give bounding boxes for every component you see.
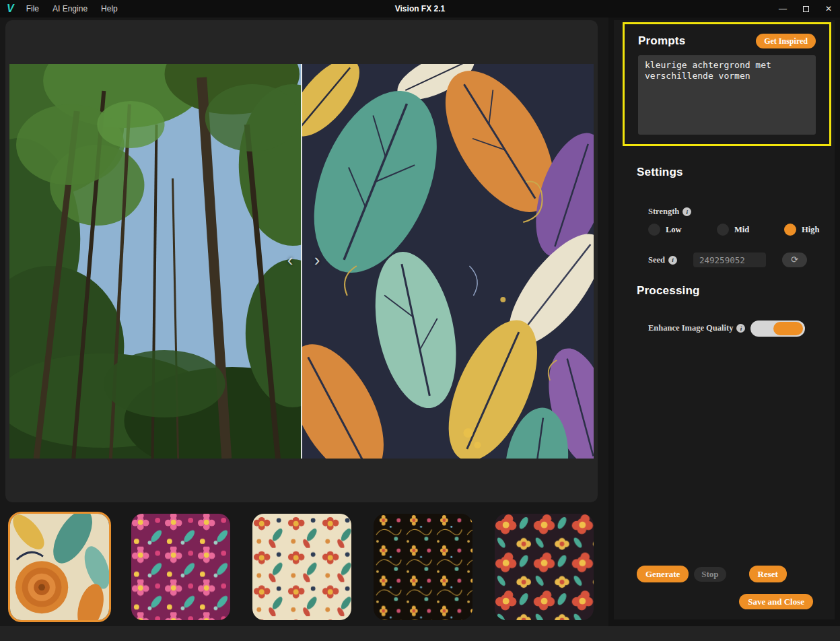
thumbnail-2[interactable] — [129, 512, 232, 622]
processing-heading: Processing — [637, 284, 700, 298]
seed-input[interactable] — [693, 252, 766, 267]
thumbnail-gallery — [8, 512, 596, 622]
titlebar: V File AI Engine Help Vision FX 2.1 — ✕ — [0, 0, 840, 18]
seed-row: Seed i ⟳ — [648, 252, 807, 267]
seed-label: Seed i — [648, 255, 677, 265]
menu-ai-engine[interactable]: AI Engine — [46, 0, 94, 18]
save-and-close-button[interactable]: Save and Close — [739, 594, 813, 609]
chevron-right-icon[interactable]: › — [308, 250, 326, 270]
chevron-left-icon[interactable]: ‹ — [281, 250, 299, 270]
stop-button[interactable]: Stop — [694, 567, 726, 582]
compare-slider-divider[interactable] — [301, 64, 302, 459]
strength-option-high[interactable]: High — [784, 224, 819, 236]
radio-mid-label: Mid — [734, 225, 749, 235]
maximize-icon[interactable] — [794, 0, 817, 18]
before-after-compare: ‹ › — [9, 64, 594, 459]
app-window: V File AI Engine Help Vision FX 2.1 — ✕ — [0, 0, 840, 641]
toggle-knob — [773, 322, 803, 335]
menu-file[interactable]: File — [20, 0, 46, 18]
radio-high-label: High — [802, 225, 819, 235]
workspace: ‹ › — [0, 18, 608, 626]
radio-low-icon[interactable] — [648, 224, 660, 236]
enhance-label: Enhance Image Quality i — [648, 323, 745, 333]
action-row: Generate Stop Reset — [637, 566, 787, 582]
refresh-seed-icon[interactable]: ⟳ — [782, 252, 807, 267]
window-controls: — ✕ — [771, 0, 840, 18]
prompts-heading: Prompts — [638, 34, 685, 48]
source-photo-forest — [9, 64, 302, 459]
minimize-icon[interactable]: — — [771, 0, 794, 18]
prompts-section-highlighted: Prompts Get Inspired kleurige achtergron… — [623, 22, 831, 146]
generate-button[interactable]: Generate — [637, 566, 689, 582]
enhance-row: Enhance Image Quality i — [648, 323, 823, 333]
get-inspired-button[interactable]: Get Inspired — [756, 34, 816, 48]
app-logo-icon: V — [7, 3, 14, 15]
info-icon[interactable]: i — [668, 256, 677, 265]
reset-button[interactable]: Reset — [749, 566, 787, 582]
thumbnail-3[interactable] — [250, 512, 353, 622]
window-footer — [0, 626, 840, 641]
strength-options: Low Mid High — [648, 224, 823, 237]
strength-option-mid[interactable]: Mid — [717, 224, 749, 236]
window-title: Vision FX 2.1 — [0, 4, 840, 13]
info-icon[interactable]: i — [682, 207, 691, 216]
thumbnail-4[interactable] — [372, 512, 475, 622]
strength-label: Strength i — [648, 207, 691, 217]
preview-panel: ‹ › — [5, 20, 598, 502]
strength-option-low[interactable]: Low — [648, 224, 682, 236]
radio-low-label: Low — [666, 225, 682, 235]
thumbnail-5[interactable] — [493, 512, 596, 622]
settings-heading: Settings — [637, 166, 683, 179]
sidebar: Prompts Get Inspired kleurige achtergron… — [614, 20, 835, 619]
prompt-textarea[interactable]: kleurige achtergrond met verschillende v… — [638, 55, 816, 135]
info-icon[interactable]: i — [736, 324, 745, 333]
close-icon[interactable]: ✕ — [817, 0, 840, 18]
thumbnail-1[interactable] — [8, 512, 111, 622]
generated-art-leaves — [302, 64, 594, 459]
menu-help[interactable]: Help — [94, 0, 125, 18]
enhance-toggle[interactable] — [750, 320, 805, 337]
radio-high-icon[interactable] — [784, 224, 796, 236]
radio-mid-icon[interactable] — [717, 224, 729, 236]
